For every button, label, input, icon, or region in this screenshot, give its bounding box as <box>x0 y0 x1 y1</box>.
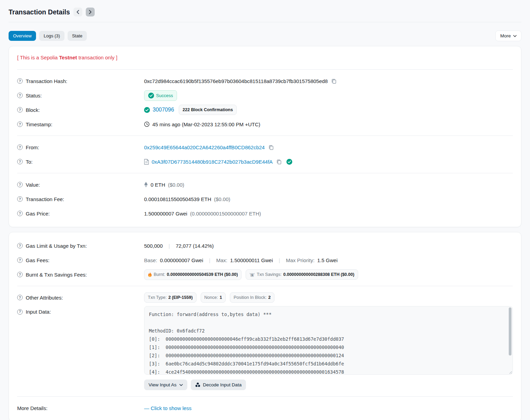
decode-input-data-button[interactable]: Decode Input Data <box>191 380 246 390</box>
gas-price-row: ? Gas Price: 1.500000007 Gwei (0.0000000… <box>17 206 513 221</box>
from-row: ? From: 0x259c49E65644a020C2A642260a4ffB… <box>17 140 513 154</box>
input-data-row: ? Input Data: Function: forward(address … <box>17 306 513 390</box>
help-icon[interactable]: ? <box>17 78 23 84</box>
fire-icon <box>148 272 152 277</box>
help-icon[interactable]: ? <box>17 309 23 315</box>
separator: | <box>279 257 280 263</box>
transaction-fee-label: Transaction Fee: <box>26 196 64 202</box>
block-row: ? Block: 3007096 222 Block Confirmations <box>17 103 513 117</box>
other-attributes-label: Other Attributes: <box>26 295 63 301</box>
transaction-summary-card: [ This is a Sepolia Testnet transaction … <box>9 46 521 227</box>
clock-icon <box>144 121 150 127</box>
copy-to-address-button[interactable] <box>275 158 282 165</box>
copy-icon <box>268 144 274 150</box>
code-line: [0]: 00000000000000000000000046eff99cab3… <box>149 335 504 343</box>
base-fee-value: 0.000000007 Gwei <box>160 257 203 263</box>
max-fee-value: 1.500000011 Gwei <box>230 257 273 263</box>
transaction-hash-row: ? Transaction Hash: 0xc72d984ccac6190b5f… <box>17 74 513 88</box>
help-icon[interactable]: ? <box>17 121 23 127</box>
testnet-warning: [ This is a Sepolia Testnet transaction … <box>17 52 513 65</box>
page-title: Transaction Details <box>9 8 70 16</box>
gas-price-eth-equiv: (0.000000001500000007 ETH) <box>190 211 261 217</box>
timestamp-label: Timestamp: <box>26 121 52 127</box>
help-icon[interactable]: ? <box>17 211 23 216</box>
input-data-label: Input Data: <box>26 309 51 315</box>
value-label: Value: <box>26 182 40 188</box>
transaction-fee-usd: ($0.00) <box>214 196 231 202</box>
separator: | <box>209 257 210 263</box>
show-less-link[interactable]: — Click to show less <box>144 405 191 411</box>
burnt-savings-row: ? Burnt & Txn Savings Fees: Burnt: 0.000… <box>17 267 513 282</box>
help-icon[interactable]: ? <box>17 243 23 248</box>
burnt-fees-badge: Burnt: 0.000000000000504539 ETH ($0.00) <box>144 269 242 280</box>
gas-fees-row: ? Gas Fees: Base: 0.000000007 Gwei | Max… <box>17 253 513 267</box>
block-number-link[interactable]: 3007096 <box>153 107 174 113</box>
help-icon[interactable]: ? <box>17 93 23 98</box>
tab-overview[interactable]: Overview <box>9 31 36 41</box>
max-priority-fee-value: 1.5 Gwei <box>317 257 338 263</box>
from-address-link[interactable]: 0x259c49E65644a020C2A642260a4ffB0CD862cb… <box>144 144 265 150</box>
status-badge: Success <box>144 90 177 101</box>
code-line: MethodID: 0x6fadcf72 <box>149 327 504 335</box>
help-icon[interactable]: ? <box>17 295 23 300</box>
txn-savings-badge: $ Txn Savings: 0.000000000000288308 ETH … <box>246 269 358 280</box>
gas-price-amount: 1.500000007 Gwei <box>144 211 187 217</box>
code-line: [4]: 4ce24f54000000000000000000000000000… <box>149 368 504 375</box>
help-icon[interactable]: ? <box>17 159 23 164</box>
next-transaction-button[interactable] <box>86 8 95 16</box>
block-label: Block: <box>26 107 40 113</box>
tab-state[interactable]: State <box>68 31 87 41</box>
copy-icon <box>276 159 282 164</box>
gas-usage-value: 72,077 (14.42%) <box>176 243 214 249</box>
view-input-as-button[interactable]: View Input As <box>144 380 187 390</box>
help-icon[interactable]: ? <box>17 182 23 187</box>
gas-fees-label: Gas Fees: <box>26 257 49 263</box>
previous-transaction-button[interactable] <box>73 8 82 16</box>
more-dropdown-button[interactable]: More <box>495 31 521 41</box>
transaction-fee-amount: 0.000108115500504539 ETH <box>144 196 211 202</box>
max-fee-label: Max: <box>216 257 227 263</box>
contract-document-icon <box>144 159 149 165</box>
code-line <box>149 318 504 327</box>
more-details-row: More Details: — Click to show less <box>17 401 513 415</box>
timestamp-value: 45 mins ago (Mar-02-2023 12:55:00 PM +UT… <box>152 121 260 127</box>
other-attributes-row: ? Other Attributes: Txn Type: 2 (EIP-155… <box>17 290 513 305</box>
tab-logs[interactable]: Logs (3) <box>39 31 64 41</box>
help-icon[interactable]: ? <box>17 107 23 113</box>
copy-from-address-button[interactable] <box>268 144 274 151</box>
status-label: Status: <box>26 93 42 98</box>
value-row: ? Value: 0 ETH ($0.00) <box>17 177 513 192</box>
nonce-badge: Nonce: 1 <box>201 292 226 303</box>
block-finalized-check-icon <box>144 107 150 113</box>
status-row: ? Status: Success <box>17 88 513 103</box>
scrollbar-thumb[interactable] <box>509 307 511 355</box>
input-data-textarea[interactable]: Function: forward(address to,bytes data)… <box>144 306 513 375</box>
help-icon[interactable]: ? <box>17 144 23 150</box>
help-icon[interactable]: ? <box>17 257 23 263</box>
max-priority-fee-label: Max Priority: <box>286 257 314 263</box>
copy-hash-button[interactable] <box>330 78 337 84</box>
ethereum-icon <box>144 182 148 187</box>
testnet-warning-bold: Testnet <box>59 55 77 60</box>
tabs-bar: Overview Logs (3) State More <box>9 31 521 41</box>
help-icon[interactable]: ? <box>17 272 23 277</box>
transaction-fee-row: ? Transaction Fee: 0.000108115500504539 … <box>17 192 513 206</box>
gas-price-label: Gas Price: <box>26 211 50 217</box>
position-in-block-badge: Position In Block: 2 <box>230 292 274 303</box>
to-row: ? To: 0xA3f07D6773514480b918C2742b027b3a… <box>17 154 513 169</box>
input-data-scrollbar[interactable] <box>509 307 511 373</box>
divider <box>17 136 513 136</box>
code-line: [3]: 6ae0bc76cad4d5c94802dddc370041e175f… <box>149 360 504 368</box>
to-label: To: <box>26 159 33 165</box>
transaction-hash-value: 0xc72d984ccac6190b5f135576eb97b03604bc81… <box>144 78 328 84</box>
help-icon[interactable]: ? <box>17 196 23 202</box>
chevron-right-icon <box>89 10 92 14</box>
resize-handle-icon[interactable] <box>508 370 512 374</box>
to-address-link[interactable]: 0xA3f07D6773514480b918C2742b027b3acD9E44… <box>152 159 273 165</box>
verified-contract-check-icon <box>286 159 292 165</box>
decode-icon <box>195 382 200 387</box>
timestamp-row: ? Timestamp: 45 mins ago (Mar-02-2023 12… <box>17 117 513 131</box>
money-wings-icon: $ <box>249 272 255 277</box>
transaction-details-card: ? Gas Limit & Usage by Txn: 500,000 | 72… <box>9 232 521 420</box>
more-label: More <box>500 33 511 38</box>
